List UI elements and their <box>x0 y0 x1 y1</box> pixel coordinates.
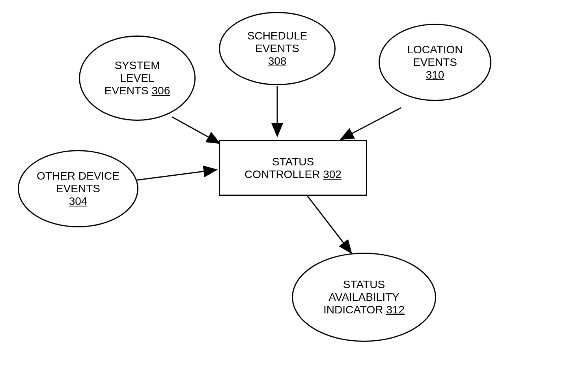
label-line: EVENTS <box>413 56 457 69</box>
node-status-availability-indicator: STATUS AVAILABILITY INDICATOR 312 <box>292 253 436 342</box>
label-line: SYSTEM <box>114 59 160 72</box>
label-line: SCHEDULE <box>247 30 307 42</box>
label-ref: 310 <box>426 69 444 81</box>
node-location-events: LOCATION EVENTS 310 <box>379 24 491 101</box>
svg-line-4 <box>125 170 217 182</box>
label-line: AVAILABILITY <box>329 291 399 304</box>
label-line: EVENTS <box>56 182 100 195</box>
node-system-level-events: SYSTEM LEVEL EVENTS 306 <box>79 36 196 121</box>
node-status-controller: STATUS CONTROLLER 302 <box>219 140 367 196</box>
label-line: EVENTS <box>255 42 299 55</box>
label-ref: 304 <box>69 195 88 208</box>
node-other-device-events: OTHER DEVICE EVENTS 304 <box>18 150 138 227</box>
label-ref: 308 <box>268 55 287 68</box>
label-line: LOCATION <box>407 43 463 56</box>
label-line: LEVEL <box>120 72 154 84</box>
node-schedule-events: SCHEDULE EVENTS 308 <box>219 12 336 85</box>
svg-line-3 <box>341 108 401 139</box>
label-line: STATUS <box>343 278 385 291</box>
svg-line-1 <box>172 117 220 143</box>
label-line-with-ref: EVENTS 306 <box>105 84 170 97</box>
label-line: OTHER DEVICE <box>37 170 119 182</box>
svg-line-5 <box>308 196 351 253</box>
label-line: STATUS <box>272 156 314 168</box>
label-line-with-ref: INDICATOR 312 <box>323 304 405 316</box>
label-line-with-ref: CONTROLLER 302 <box>245 168 342 181</box>
